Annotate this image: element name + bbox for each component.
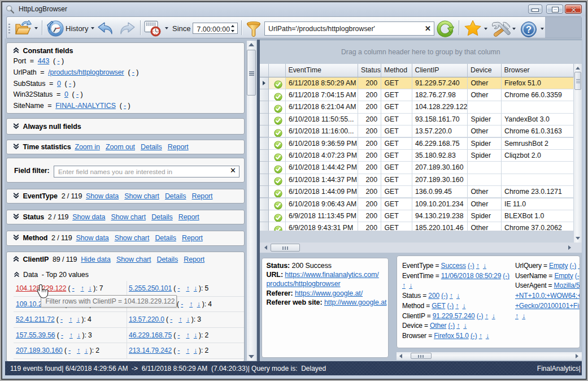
svg-text:?: ? xyxy=(526,24,532,34)
